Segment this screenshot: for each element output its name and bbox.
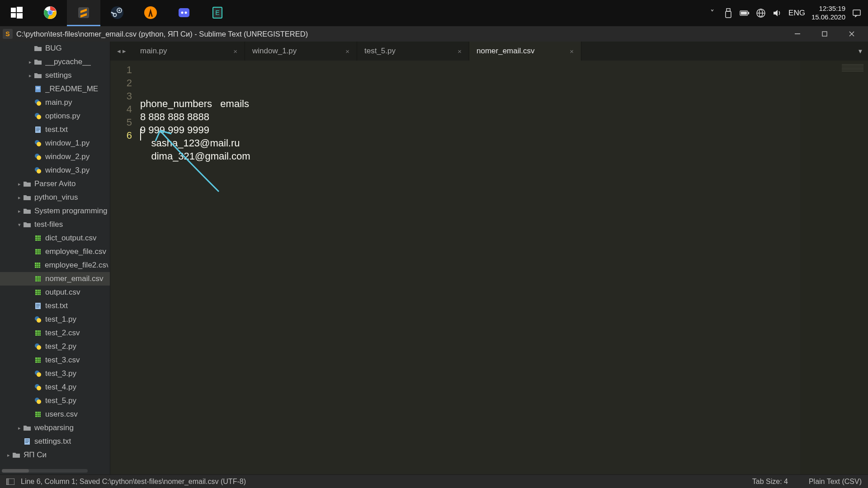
tab-close-button[interactable]: × (570, 47, 574, 55)
minimap[interactable] (800, 61, 868, 474)
sidebar-item[interactable]: nomer_email.csv (0, 272, 110, 286)
sidebar-item[interactable]: ▸Parser Avito (0, 177, 110, 191)
sidebar-item-label: test_3.csv (45, 356, 80, 365)
window-maximize-button[interactable] (811, 26, 838, 42)
tab-close-button[interactable]: × (345, 47, 349, 55)
editor-tab[interactable]: window_1.py× (245, 42, 357, 61)
svg-point-8 (48, 11, 52, 14)
sidebar-item[interactable]: BUG (0, 42, 110, 55)
taskbar-app-sublime[interactable] (67, 0, 100, 26)
tab-overflow-button[interactable]: ▼ (853, 42, 868, 61)
window-close-button[interactable] (838, 26, 865, 42)
py-icon (33, 383, 42, 392)
sidebar[interactable]: BUG▸__pycache__▸settings_README_MEmain.p… (0, 42, 110, 474)
tray-language[interactable]: ENG (788, 9, 805, 18)
sidebar-item[interactable]: ▸webparsing (0, 421, 110, 435)
sidebar-item[interactable]: test_1.py (0, 313, 110, 326)
tray-usb-icon[interactable] (723, 8, 733, 18)
status-tab-size[interactable]: Tab Size: 4 (752, 478, 788, 486)
svg-rect-31 (36, 89, 40, 89)
sidebar-item[interactable]: dict_output.csv (0, 231, 110, 245)
scrollbar-thumb[interactable] (2, 469, 29, 473)
folder-icon (23, 220, 32, 229)
sidebar-item-label: test.txt (45, 125, 68, 134)
text-caret (140, 129, 141, 141)
sidebar-item[interactable]: ▸ЯП Си (0, 448, 110, 462)
windows-taskbar: E ˅ ENG 12:35:19 15.06.2020 (0, 0, 868, 26)
sidebar-item[interactable]: window_1.py (0, 136, 110, 150)
svg-rect-49 (37, 235, 38, 241)
sidebar-item[interactable]: window_3.py (0, 164, 110, 177)
sidebar-item[interactable]: window_2.py (0, 150, 110, 164)
tab-close-button[interactable]: × (233, 47, 237, 55)
status-panel-toggle[interactable] (6, 479, 14, 485)
taskbar-app-steam[interactable] (100, 0, 134, 26)
tray-volume-icon[interactable] (772, 8, 782, 18)
sidebar-item[interactable]: ▸python_virus (0, 191, 110, 204)
status-syntax[interactable]: Plain Text (CSV) (809, 478, 862, 486)
code-content[interactable]: phone_numbers emails8 888 888 88889 999 … (140, 61, 800, 474)
sidebar-item[interactable]: _README_ME (0, 82, 110, 96)
taskbar-app-epic[interactable]: E (201, 0, 234, 26)
tray-network-icon[interactable] (756, 8, 766, 18)
tab-label: nomer_email.csv (476, 47, 535, 56)
sidebar-item[interactable]: test_5.py (0, 394, 110, 408)
tab-history-nav[interactable]: ◂ ▸ (110, 42, 133, 61)
tab-close-button[interactable]: × (458, 47, 462, 55)
svg-point-33 (37, 101, 41, 106)
editor-tab[interactable]: test_5.py× (357, 42, 469, 61)
svg-rect-103 (25, 442, 28, 443)
sidebar-item[interactable]: ▸System programming (0, 204, 110, 218)
window-minimize-button[interactable] (784, 26, 811, 42)
tray-clock[interactable]: 12:35:19 15.06.2020 (811, 5, 845, 22)
code-line: 8 888 888 8888 (140, 110, 800, 123)
code-view[interactable]: 123456 phone_numbers emails8 888 888 888… (110, 61, 868, 474)
tray-notifications-icon[interactable] (852, 8, 862, 18)
sidebar-item[interactable]: ▾test-files (0, 218, 110, 231)
code-line: dima_321@gmail.com (140, 150, 800, 163)
line-number: 5 (110, 116, 132, 129)
sidebar-item[interactable]: employee_file2.csv (0, 258, 110, 272)
sidebar-item[interactable]: test.txt (0, 299, 110, 313)
sidebar-scrollbar[interactable] (2, 469, 88, 473)
disclosure-icon: ▸ (16, 425, 23, 431)
svg-rect-85 (35, 359, 41, 360)
folder-icon (23, 193, 32, 202)
editor-tab[interactable]: main.py× (133, 42, 245, 61)
folder-icon (33, 71, 42, 80)
sidebar-item[interactable]: employee_file.csv (0, 245, 110, 258)
sidebar-item-label: nomer_email.csv (45, 274, 104, 283)
sidebar-item[interactable]: ▸settings (0, 69, 110, 82)
sidebar-item[interactable]: test_4.py (0, 380, 110, 394)
taskbar-app-discord[interactable] (167, 0, 201, 26)
sidebar-item-label: settings (45, 71, 72, 80)
steam-icon (110, 6, 124, 19)
chrome-icon (43, 6, 57, 19)
txt-icon (33, 125, 42, 134)
maximize-icon (822, 31, 827, 37)
svg-rect-99 (39, 412, 39, 417)
sidebar-item[interactable]: users.csv (0, 408, 110, 421)
sidebar-item[interactable]: test_3.py (0, 367, 110, 380)
sidebar-item[interactable]: test_2.csv (0, 326, 110, 340)
editor-tab[interactable]: nomer_email.csv× (469, 42, 581, 61)
sidebar-item[interactable]: test_2.py (0, 340, 110, 353)
sidebar-item[interactable]: main.py (0, 96, 110, 109)
taskbar-app-aimp[interactable] (134, 0, 167, 26)
code-line: 9 999 999 9999 (140, 123, 800, 136)
sublime-icon (77, 6, 90, 19)
sidebar-item[interactable]: output.csv (0, 286, 110, 299)
sidebar-item[interactable]: ▸__pycache__ (0, 55, 110, 69)
taskbar-app-chrome[interactable] (33, 0, 67, 26)
svg-text:E: E (215, 9, 219, 16)
start-button[interactable] (0, 0, 33, 26)
tray-chevron-icon[interactable]: ˅ (707, 8, 717, 18)
sidebar-item[interactable]: test.txt (0, 123, 110, 136)
sidebar-item[interactable]: settings.txt (0, 435, 110, 448)
tray-battery-icon[interactable] (740, 8, 750, 18)
sidebar-item[interactable]: options.py (0, 109, 110, 123)
disclosure-icon: ▾ (16, 222, 23, 228)
folder-icon (23, 179, 32, 188)
sidebar-item[interactable]: test_3.csv (0, 353, 110, 367)
window-titlebar[interactable]: S C:\python\test-files\nomer_email.csv (… (0, 26, 868, 42)
